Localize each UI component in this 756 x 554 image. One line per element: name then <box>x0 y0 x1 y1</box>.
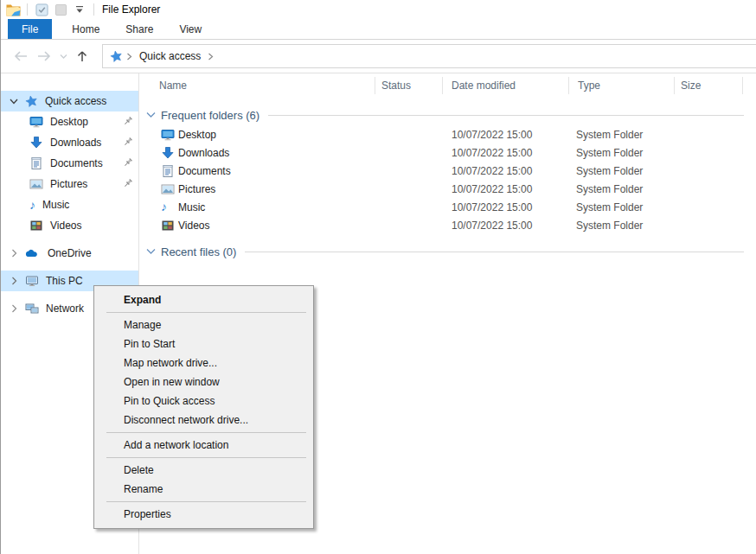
menu-separator <box>106 432 306 433</box>
column-header-name[interactable]: Name <box>159 80 187 92</box>
chevron-down-icon[interactable] <box>9 99 19 105</box>
chevron-down-icon[interactable] <box>146 248 156 255</box>
videos-icon <box>29 219 43 232</box>
menu-item-properties[interactable]: Properties <box>96 505 311 524</box>
sidebar-item-label: Quick access <box>45 95 106 107</box>
sidebar-item-music[interactable]: ♪ Music <box>1 194 138 215</box>
pin-icon[interactable] <box>122 178 133 192</box>
column-divider[interactable] <box>568 77 569 94</box>
tab-home[interactable]: Home <box>59 19 112 39</box>
menu-separator <box>106 501 306 502</box>
sidebar-item-desktop[interactable]: Desktop <box>1 111 138 132</box>
file-explorer-logo-icon <box>5 2 21 17</box>
file-name: Downloads <box>178 147 229 159</box>
recent-locations-dropdown-icon[interactable] <box>60 54 67 60</box>
breadcrumb-chevron-icon[interactable] <box>126 53 132 60</box>
menu-item-pin-to-quick-access[interactable]: Pin to Quick access <box>96 392 311 411</box>
breadcrumb-quick-access[interactable]: Quick access <box>139 50 201 62</box>
file-row-downloads[interactable]: Downloads 10/07/2022 15:00 System Folder <box>139 144 756 162</box>
pin-icon[interactable] <box>122 137 133 150</box>
column-header-date-modified[interactable]: Date modified <box>452 80 516 92</box>
address-bar[interactable]: Quick access <box>102 44 756 68</box>
titlebar-separator <box>93 3 94 16</box>
file-row-desktop[interactable]: Desktop 10/07/2022 15:00 System Folder <box>139 126 756 144</box>
back-button[interactable] <box>13 50 29 62</box>
titlebar-separator <box>27 3 28 16</box>
sidebar-item-pictures[interactable]: Pictures <box>1 174 138 194</box>
group-header-frequent-folders[interactable]: Frequent folders (6) <box>139 105 756 124</box>
file-type: System Folder <box>576 201 643 213</box>
menu-item-pin-to-start[interactable]: Pin to Start <box>96 334 311 353</box>
music-icon: ♪ <box>161 201 167 213</box>
this-pc-icon <box>25 274 39 288</box>
file-date-modified: 10/07/2022 15:00 <box>452 201 532 213</box>
videos-icon <box>161 219 175 235</box>
file-row-videos[interactable]: Videos 10/07/2022 15:00 System Folder <box>139 217 756 235</box>
ribbon-tab-bar: File Home Share View <box>1 19 756 40</box>
column-divider[interactable] <box>674 77 675 94</box>
file-row-documents[interactable]: Documents 10/07/2022 15:00 System Folder <box>139 162 756 181</box>
title-bar: File Explorer <box>1 0 756 19</box>
chevron-down-icon[interactable] <box>146 111 156 118</box>
column-divider[interactable] <box>742 77 743 94</box>
group-label: Frequent folders (6) <box>161 109 259 122</box>
menu-item-delete[interactable]: Delete <box>96 461 311 480</box>
column-header-status[interactable]: Status <box>381 80 411 92</box>
tab-share[interactable]: Share <box>112 19 166 39</box>
sidebar-item-label: This PC <box>46 275 83 287</box>
sidebar-item-label: Downloads <box>50 137 101 149</box>
column-divider[interactable] <box>442 77 443 94</box>
group-rule <box>245 252 744 252</box>
chevron-right-icon[interactable] <box>9 304 19 313</box>
file-date-modified: 10/07/2022 15:00 <box>452 165 532 177</box>
quick-access-star-icon <box>110 50 123 63</box>
file-date-modified: 10/07/2022 15:00 <box>452 147 532 159</box>
sidebar-item-label: OneDrive <box>48 247 92 259</box>
up-button[interactable] <box>75 50 89 63</box>
file-name: Pictures <box>178 183 215 195</box>
group-header-recent-files[interactable]: Recent files (0) <box>139 242 756 261</box>
forward-button[interactable] <box>36 50 52 62</box>
column-divider[interactable] <box>375 77 375 94</box>
breadcrumb-chevron-icon[interactable] <box>208 53 214 60</box>
sidebar-item-label: Pictures <box>50 178 87 190</box>
menu-item-open-in-new-window[interactable]: Open in new window <box>96 373 311 392</box>
menu-item-add-a-network-location[interactable]: Add a network location <box>96 436 311 455</box>
column-header-row: Name Status Date modified Type Size <box>139 73 756 98</box>
sidebar-item-label: Documents <box>50 157 103 169</box>
file-name: Desktop <box>178 129 216 141</box>
sidebar-item-quick-access[interactable]: Quick access <box>1 91 138 111</box>
pin-icon[interactable] <box>122 116 133 130</box>
file-name: Videos <box>178 220 209 232</box>
menu-item-map-network-drive[interactable]: Map network drive... <box>96 353 311 373</box>
column-header-type[interactable]: Type <box>578 80 600 92</box>
menu-separator <box>106 457 306 458</box>
menu-item-rename[interactable]: Rename <box>96 480 311 499</box>
column-header-size[interactable]: Size <box>681 80 701 92</box>
qat-customize-dropdown-icon[interactable] <box>72 2 87 17</box>
qat-properties-icon[interactable] <box>34 2 49 17</box>
file-type: System Folder <box>576 165 643 177</box>
file-row-pictures[interactable]: Pictures 10/07/2022 15:00 System Folder <box>139 181 756 199</box>
menu-item-manage[interactable]: Manage <box>96 315 311 334</box>
sidebar-item-onedrive[interactable]: OneDrive <box>1 243 138 264</box>
file-type: System Folder <box>576 220 643 232</box>
desktop-icon <box>29 115 43 129</box>
menu-item-expand[interactable]: Expand <box>96 290 311 309</box>
sidebar-item-downloads[interactable]: Downloads <box>1 132 138 153</box>
file-type: System Folder <box>576 183 643 195</box>
chevron-right-icon[interactable] <box>9 249 19 258</box>
chevron-right-icon[interactable] <box>9 277 19 285</box>
file-name: Documents <box>178 165 231 177</box>
menu-item-disconnect-network-drive[interactable]: Disconnect network drive... <box>96 411 311 430</box>
tab-view[interactable]: View <box>166 19 215 39</box>
file-date-modified: 10/07/2022 15:00 <box>452 183 532 195</box>
tab-file[interactable]: File <box>8 19 52 39</box>
sidebar-item-documents[interactable]: Documents <box>1 153 138 174</box>
pin-icon[interactable] <box>122 157 133 171</box>
file-type: System Folder <box>576 147 643 159</box>
network-icon <box>25 302 39 315</box>
file-row-music[interactable]: ♪ Music 10/07/2022 15:00 System Folder <box>139 199 756 217</box>
sidebar-item-videos[interactable]: Videos <box>1 215 138 236</box>
qat-newfolder-icon[interactable] <box>53 2 68 17</box>
